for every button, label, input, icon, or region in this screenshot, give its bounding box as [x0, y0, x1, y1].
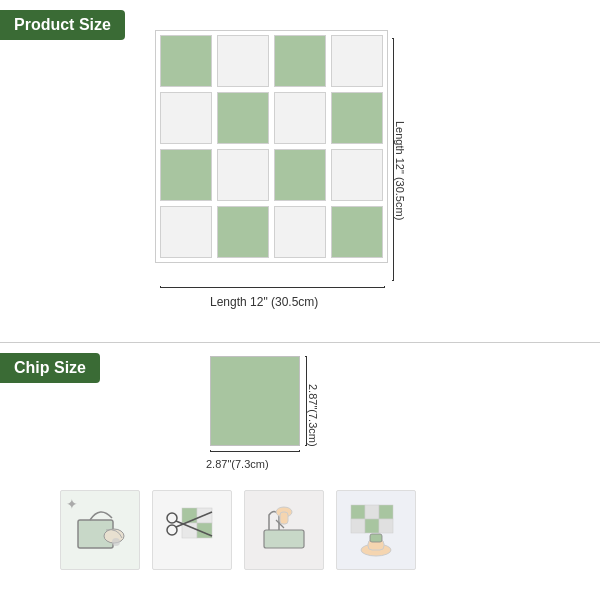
svg-rect-19 [365, 519, 379, 533]
svg-rect-23 [370, 534, 382, 542]
chip-bottom-label: 2.87"(7.3cm) [206, 458, 269, 470]
chip-right-label: 2.87"(7.3cm) [307, 384, 319, 447]
svg-rect-20 [379, 519, 393, 533]
tile-cell [217, 92, 269, 144]
svg-rect-11 [264, 530, 304, 548]
tile-cell [274, 206, 326, 258]
peel-svg [70, 500, 130, 560]
product-bottom-bracket [160, 286, 385, 288]
tile-cell [331, 35, 383, 87]
svg-point-7 [167, 513, 177, 523]
tile-grid [155, 30, 388, 263]
instruction-icon-press [244, 490, 324, 570]
chip-tile [210, 356, 300, 446]
instruction-icon-peel: ✦ [60, 490, 140, 570]
svg-rect-13 [280, 512, 288, 524]
product-bottom-label: Length 12" (30.5cm) [210, 295, 318, 309]
svg-rect-17 [379, 505, 393, 519]
tile-cell [331, 92, 383, 144]
tile-cell [160, 92, 212, 144]
cut-svg [162, 500, 222, 560]
chip-bottom-bracket [210, 450, 300, 452]
product-size-section: Product Size Length 12" (30.5cm) Length … [0, 0, 600, 340]
product-tile-grid-wrap [155, 30, 388, 263]
tile-cell [217, 149, 269, 201]
tile-cell [160, 149, 212, 201]
page: Product Size Length 12" (30.5cm) Length … [0, 0, 600, 600]
svg-rect-16 [365, 505, 379, 519]
tile-cell [274, 92, 326, 144]
svg-point-8 [167, 525, 177, 535]
svg-rect-5 [182, 523, 197, 538]
instruction-icon-finish [336, 490, 416, 570]
tile-cell [274, 35, 326, 87]
product-right-label: Length 12" (30.5cm) [394, 121, 406, 220]
svg-rect-15 [351, 505, 365, 519]
tile-cell [331, 206, 383, 258]
press-svg [254, 500, 314, 560]
tile-cell [217, 206, 269, 258]
instruction-icons-row: ✦ [60, 490, 416, 570]
svg-rect-18 [351, 519, 365, 533]
svg-point-2 [112, 538, 120, 546]
instruction-icon-cut [152, 490, 232, 570]
section-divider [0, 342, 600, 343]
chip-size-label: Chip Size [0, 353, 100, 383]
finish-svg [346, 500, 406, 560]
sparkle-icon: ✦ [66, 496, 78, 512]
product-size-label: Product Size [0, 10, 125, 40]
tile-cell [160, 35, 212, 87]
chip-tile-wrap [210, 356, 300, 446]
tile-cell [331, 149, 383, 201]
tile-cell [160, 206, 212, 258]
tile-cell [217, 35, 269, 87]
tile-cell [274, 149, 326, 201]
